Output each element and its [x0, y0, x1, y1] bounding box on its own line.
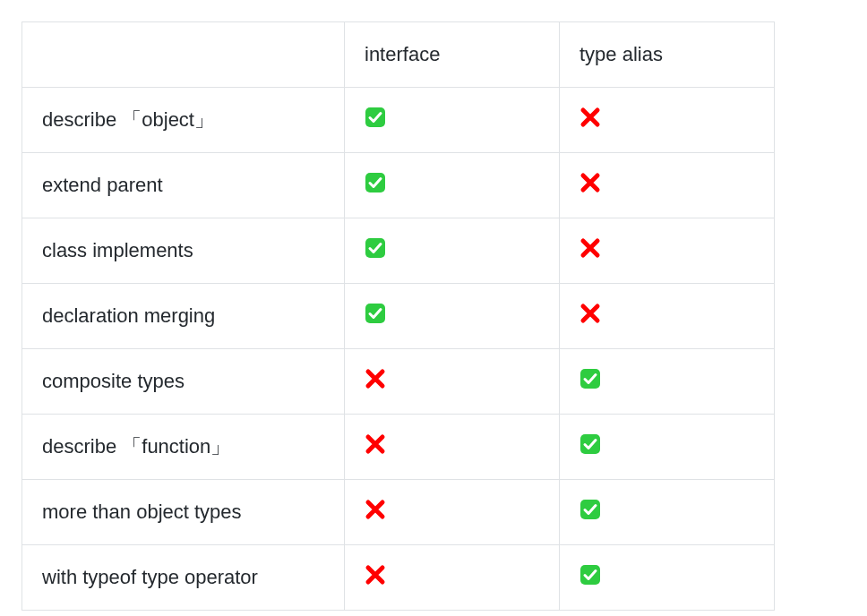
table-header-row: interface type alias: [22, 22, 775, 88]
feature-cell: more than object types: [22, 480, 345, 545]
check-icon: [365, 237, 386, 259]
table-body: describe 「object」extend parentclass impl…: [22, 88, 775, 611]
cross-icon: [365, 368, 386, 389]
comparison-table: interface type alias describe 「object」ex…: [21, 21, 775, 611]
check-icon: [365, 172, 386, 193]
cross-icon: [365, 433, 386, 455]
interface-cell: [345, 480, 560, 545]
table-row: class implements: [22, 218, 775, 284]
feature-cell: composite types: [22, 349, 345, 415]
table-row: declaration merging: [22, 284, 775, 349]
cross-icon: [579, 107, 601, 128]
table-row: describe 「object」: [22, 88, 775, 153]
interface-cell: [345, 545, 560, 611]
type-alias-cell: [560, 415, 775, 480]
header-blank: [22, 22, 345, 88]
type-alias-cell: [560, 480, 775, 545]
table-row: composite types: [22, 349, 775, 415]
cross-icon: [365, 564, 386, 586]
interface-cell: [345, 153, 560, 218]
check-icon: [579, 564, 601, 586]
type-alias-cell: [560, 284, 775, 349]
feature-cell: with typeof type operator: [22, 545, 345, 611]
check-icon: [579, 368, 601, 389]
check-icon: [365, 303, 386, 324]
feature-cell: describe 「function」: [22, 415, 345, 480]
check-icon: [579, 499, 601, 520]
interface-cell: [345, 88, 560, 153]
table-row: with typeof type operator: [22, 545, 775, 611]
cross-icon: [579, 303, 601, 324]
cross-icon: [365, 499, 386, 520]
header-type-alias: type alias: [560, 22, 775, 88]
feature-cell: class implements: [22, 218, 345, 284]
table-row: more than object types: [22, 480, 775, 545]
interface-cell: [345, 415, 560, 480]
table-row: extend parent: [22, 153, 775, 218]
type-alias-cell: [560, 218, 775, 284]
cross-icon: [579, 237, 601, 259]
feature-cell: describe 「object」: [22, 88, 345, 153]
table-row: describe 「function」: [22, 415, 775, 480]
feature-cell: extend parent: [22, 153, 345, 218]
type-alias-cell: [560, 545, 775, 611]
interface-cell: [345, 349, 560, 415]
interface-cell: [345, 284, 560, 349]
feature-cell: declaration merging: [22, 284, 345, 349]
cross-icon: [579, 172, 601, 193]
check-icon: [365, 107, 386, 128]
header-interface: interface: [345, 22, 560, 88]
interface-cell: [345, 218, 560, 284]
type-alias-cell: [560, 88, 775, 153]
check-icon: [579, 433, 601, 455]
type-alias-cell: [560, 349, 775, 415]
type-alias-cell: [560, 153, 775, 218]
